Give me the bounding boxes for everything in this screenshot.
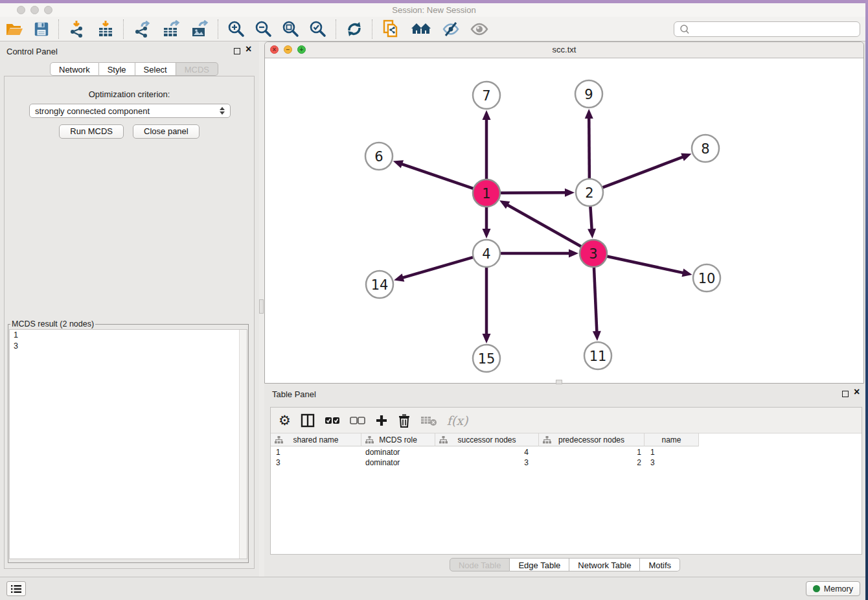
network-window-titlebar[interactable]: × − + scc.txt — [265, 42, 863, 58]
hide-eye-icon[interactable] — [437, 19, 465, 40]
fork-icon — [543, 436, 551, 444]
show-eye-icon[interactable] — [465, 19, 494, 40]
graph-edge-4-14[interactable] — [403, 257, 474, 278]
result-item[interactable]: 1 — [10, 330, 247, 341]
memory-button[interactable]: Memory — [806, 581, 860, 596]
graph-node-14[interactable]: 14 — [366, 271, 393, 298]
graph-node-8[interactable]: 8 — [692, 135, 719, 162]
graph-node-11[interactable]: 11 — [584, 342, 611, 369]
graph-node-4[interactable]: 4 — [473, 240, 500, 267]
status-bar: Memory — [0, 577, 868, 600]
vertical-splitter[interactable] — [259, 41, 264, 577]
zoom-selected-icon[interactable] — [304, 19, 332, 40]
graph-edge-3-10[interactable] — [607, 256, 683, 273]
import-network-icon[interactable] — [63, 19, 92, 40]
column-header-mcds-role[interactable]: MCDS role — [361, 433, 435, 446]
graph-edge-3-11[interactable] — [594, 267, 597, 332]
tab-style[interactable]: Style — [99, 62, 135, 76]
table-row[interactable]: 3 dominator 3 2 3 — [271, 458, 862, 468]
home-network-icon[interactable] — [405, 19, 437, 40]
graph-node-7[interactable]: 7 — [473, 82, 500, 109]
tab-mcds[interactable]: MCDS — [176, 62, 218, 76]
tab-network-table[interactable]: Network Table — [569, 558, 640, 571]
close-table-panel-icon[interactable]: × — [854, 389, 860, 395]
graph-node-6[interactable]: 6 — [365, 143, 393, 170]
graph-edge-arrow — [393, 160, 404, 168]
import-table-icon[interactable] — [92, 19, 119, 40]
graph-node-2[interactable]: 2 — [576, 179, 603, 206]
tab-edge-table[interactable]: Edge Table — [510, 558, 569, 571]
close-panel-button[interactable]: Close panel — [133, 124, 200, 139]
result-item[interactable]: 3 — [10, 341, 247, 352]
svg-text:4: 4 — [482, 246, 490, 262]
graph-node-1[interactable]: 1 — [473, 179, 500, 207]
table-row[interactable]: 1 dominator 4 1 1 — [271, 448, 862, 458]
show-columns-icon[interactable] — [301, 413, 315, 428]
graph-node-9[interactable]: 9 — [575, 80, 602, 108]
column-header-predecessor-nodes[interactable]: predecessor nodes — [539, 433, 645, 446]
tab-select[interactable]: Select — [135, 62, 176, 76]
clone-network-file-icon[interactable] — [377, 19, 405, 40]
maximize-window-icon[interactable]: + — [297, 45, 306, 54]
graph-edge-3-1[interactable] — [507, 205, 581, 247]
column-header-successor-nodes[interactable]: successor nodes — [435, 433, 539, 446]
svg-text:9: 9 — [584, 87, 593, 102]
close-panel-icon[interactable]: × — [246, 46, 251, 52]
graph-node-10[interactable]: 10 — [693, 264, 720, 292]
table-panel-title: Table Panel — [272, 389, 316, 399]
float-panel-icon[interactable] — [234, 48, 240, 54]
graph-node-3[interactable]: 3 — [580, 240, 607, 267]
apply-layout-icon[interactable] — [341, 19, 368, 40]
graph-node-15[interactable]: 15 — [473, 345, 500, 372]
graph-edge-2-3[interactable] — [590, 206, 591, 229]
horizontal-splitter-grip[interactable] — [556, 380, 562, 384]
task-history-button[interactable] — [6, 581, 26, 596]
select-all-checks-icon[interactable] — [325, 417, 340, 424]
toolbar-separator — [336, 19, 337, 39]
column-header-name[interactable]: name — [645, 433, 699, 446]
column-header-shared-name[interactable]: shared name — [271, 433, 361, 446]
run-mcds-button[interactable]: Run MCDS — [59, 124, 124, 139]
delete-column-icon[interactable] — [398, 413, 411, 428]
graph-svg[interactable]: 7968124314101511 — [265, 58, 863, 383]
criterion-select[interactable]: strongly connected component — [29, 104, 231, 118]
tab-node-table[interactable]: Node Table — [450, 558, 510, 571]
svg-text:11: 11 — [589, 349, 607, 364]
zoom-in-icon[interactable] — [223, 19, 250, 40]
clear-checks-icon[interactable] — [350, 417, 365, 424]
close-traffic-light[interactable] — [17, 6, 25, 14]
float-table-panel-icon[interactable] — [842, 391, 849, 397]
export-table-icon[interactable] — [157, 19, 185, 40]
export-image-icon[interactable] — [185, 19, 214, 40]
close-window-icon[interactable]: × — [270, 45, 279, 54]
result-scrollbar[interactable] — [239, 330, 247, 559]
graph-edge-1-6[interactable] — [402, 164, 474, 189]
function-builder-icon[interactable]: f(x) — [447, 413, 468, 428]
graph-edge-arrow — [483, 229, 491, 238]
open-folder-icon[interactable] — [0, 19, 29, 40]
network-window-title: scc.txt — [265, 42, 863, 58]
graph-edge-1-2[interactable] — [500, 192, 565, 193]
zoom-traffic-light[interactable] — [44, 6, 52, 14]
minimize-window-icon[interactable]: − — [284, 45, 292, 54]
save-icon[interactable] — [29, 19, 54, 40]
zoom-fit-icon[interactable] — [277, 19, 304, 40]
add-column-icon[interactable] — [375, 414, 388, 427]
toolbar-separator — [372, 19, 373, 39]
toolbar-separator — [218, 19, 219, 39]
search-input[interactable] — [692, 24, 860, 34]
tab-motifs[interactable]: Motifs — [640, 558, 680, 571]
minimize-traffic-light[interactable] — [30, 6, 39, 14]
graph-edge-arrow — [483, 334, 491, 343]
svg-text:3: 3 — [589, 246, 597, 262]
export-network-icon[interactable] — [128, 19, 157, 40]
svg-text:1: 1 — [482, 186, 490, 202]
splitter-grip[interactable] — [259, 299, 264, 314]
graph-edge-2-8[interactable] — [602, 157, 683, 187]
graph-edge-2-9[interactable] — [589, 118, 589, 179]
search-icon — [678, 24, 692, 34]
delete-table-icon[interactable] — [420, 415, 437, 426]
tab-network[interactable]: Network — [50, 62, 99, 76]
table-settings-icon[interactable]: ⚙ — [279, 413, 291, 428]
zoom-out-icon[interactable] — [250, 19, 277, 40]
